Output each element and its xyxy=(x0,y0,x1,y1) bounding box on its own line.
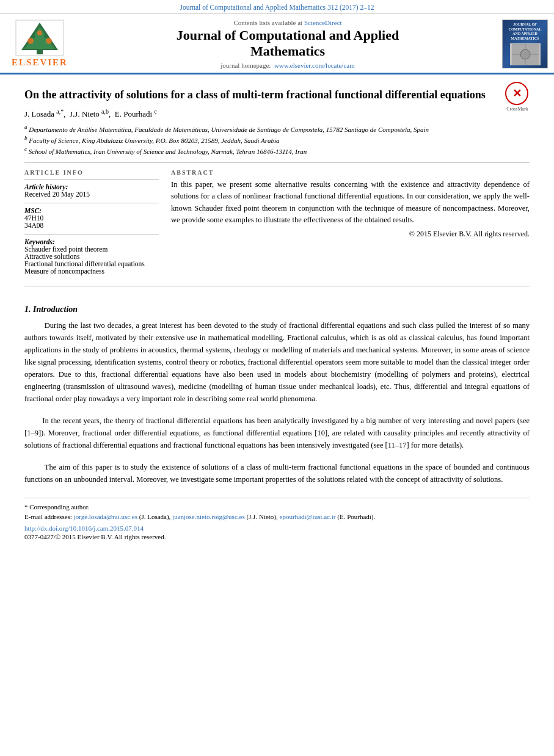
keywords-label: Keywords: xyxy=(24,238,159,245)
email-footnote: E-mail addresses: jorge.losada@rai.usc.e… xyxy=(24,512,530,522)
paper-title: On the attractivity of solutions for a c… xyxy=(24,88,530,102)
authors-line: J. Losada a,*, J.J. Nieto a,b, E. Pourha… xyxy=(24,108,530,119)
elsevier-tree-icon xyxy=(15,20,64,56)
keywords-section: Keywords: Schauder fixed point theorem A… xyxy=(24,238,159,275)
doi-link[interactable]: http://dx.doi.org/10.1016/j.cam.2015.07.… xyxy=(24,525,144,532)
journal-reference: Journal of Computational and Applied Mat… xyxy=(0,0,554,14)
abstract-column: Abstract In this paper, we present some … xyxy=(171,169,530,280)
paper-section: ✕ CrossMark On the attractivity of solut… xyxy=(0,75,554,286)
intro-paragraph-1: During the last two decades, a great int… xyxy=(24,319,530,405)
email-pourhadi[interactable]: epourhadi@iust.ac.ir xyxy=(280,513,336,520)
sciencedirect-link[interactable]: ScienceDirect xyxy=(304,19,342,26)
svg-point-6 xyxy=(37,31,42,35)
journal-cover-thumbnail xyxy=(510,43,541,65)
journal-title-block: Contents lists available at ScienceDirec… xyxy=(79,19,496,69)
history-label: Article history: xyxy=(24,183,159,191)
elsevier-logo: ELSEVIER xyxy=(6,20,73,68)
journal-title: Journal of Computational and Applied Mat… xyxy=(79,27,496,60)
msc-section: MSC: 47H10 34A08 xyxy=(24,207,159,229)
email-nieto[interactable]: juanjose.nieto.roig@usc.es xyxy=(172,513,245,520)
corresponding-author: * Corresponding author. xyxy=(24,502,530,512)
abstract-text: In this paper, we present some alternati… xyxy=(171,179,530,227)
contents-available-text: Contents lists available at ScienceDirec… xyxy=(79,19,496,26)
journal-cover-title: JOURNAL OFCOMPUTATIONALAND APPLIEDMATHEM… xyxy=(509,23,542,42)
keyword-3: Fractional functional differential equat… xyxy=(24,260,159,267)
abstract-label: Abstract xyxy=(171,169,530,176)
intro-paragraph-3: The aim of this paper is to study the ex… xyxy=(24,461,530,485)
doi-line: http://dx.doi.org/10.1016/j.cam.2015.07.… xyxy=(24,525,530,532)
keyword-1: Schauder fixed point theorem xyxy=(24,245,159,253)
article-info-column: Article Info Article history: Received 2… xyxy=(24,169,159,280)
article-info-label: Article Info xyxy=(24,169,159,176)
email-losada[interactable]: jorge.losada@rai.usc.es xyxy=(74,513,137,520)
svg-point-13 xyxy=(520,49,530,59)
elsevier-brand-text: ELSEVIER xyxy=(12,57,68,68)
intro-heading: 1. Introduction xyxy=(24,305,530,314)
keyword-2: Attractive solutions xyxy=(24,253,159,260)
journal-homepage: journal homepage: www.elsevier.com/locat… xyxy=(79,62,496,69)
footnotes: * Corresponding author. E-mail addresses… xyxy=(24,498,530,542)
section-divider-2 xyxy=(24,286,530,286)
svg-point-7 xyxy=(32,34,35,38)
svg-point-5 xyxy=(46,38,52,44)
received-date: Received 20 May 2015 xyxy=(24,191,159,198)
journal-header: ELSEVIER Contents lists available at Sci… xyxy=(0,14,554,75)
journal-cover-image: JOURNAL OFCOMPUTATIONALAND APPLIEDMATHEM… xyxy=(502,20,548,68)
affiliations: a Departamento de Análise Matemática, Fa… xyxy=(24,123,530,156)
introduction-section: 1. Introduction During the last two deca… xyxy=(0,293,554,485)
copyright-notice: © 2015 Elsevier B.V. All rights reserved… xyxy=(171,230,530,239)
info-abstract-columns: Article Info Article history: Received 2… xyxy=(24,169,530,280)
crossmark-badge[interactable]: ✕ CrossMark xyxy=(505,82,530,106)
intro-paragraph-2: In the recent years, the theory of fract… xyxy=(24,415,530,451)
msc-code-1: 47H10 xyxy=(24,214,159,222)
msc-code-2: 34A08 xyxy=(24,222,159,229)
svg-point-4 xyxy=(27,38,34,44)
keyword-4: Measure of noncompactness xyxy=(24,267,159,275)
section-divider xyxy=(24,162,530,163)
article-history: Article history: Received 20 May 2015 xyxy=(24,183,159,198)
issn-line: 0377-0427/© 2015 Elsevier B.V. All right… xyxy=(24,532,530,542)
homepage-link[interactable]: www.elsevier.com/locate/cam xyxy=(274,62,355,69)
msc-label: MSC: xyxy=(24,207,159,214)
svg-point-8 xyxy=(44,34,48,38)
